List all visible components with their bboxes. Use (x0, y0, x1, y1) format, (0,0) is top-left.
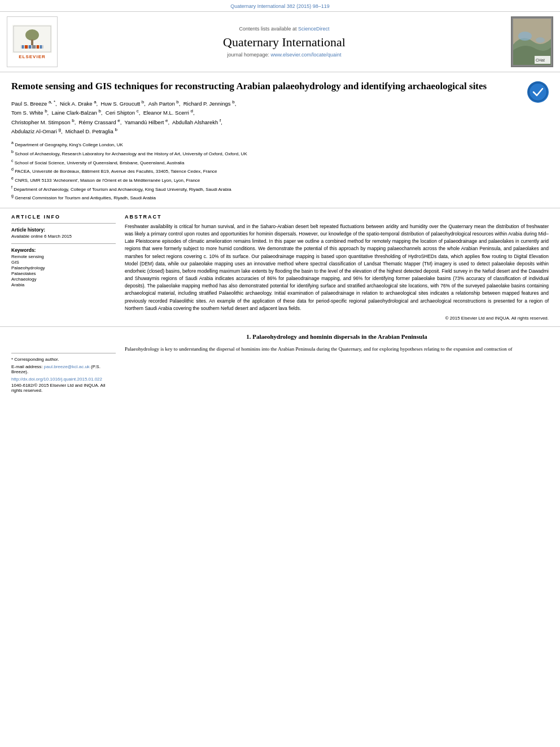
svg-point-15 (536, 37, 545, 43)
affil-b: b School of Archaeology, Research Labora… (11, 149, 549, 158)
affiliations-block: a Department of Geography, King's Colleg… (11, 140, 549, 202)
author-yamandu-hilbert: Yamandú Hilbert e (124, 119, 168, 125)
crossmark-badge (527, 81, 549, 103)
svg-rect-9 (37, 45, 39, 49)
affil-e: e CNRS, UMR 5133 'Archéorient', Maison d… (11, 176, 549, 184)
keyword-gis: GIS (11, 260, 116, 265)
abstract-column: ABSTRACT Freshwater availability is crit… (125, 214, 549, 321)
section1-header: 1. Palaeohydrology and hominin dispersal… (125, 333, 549, 341)
keyword-palaeohydrology: Palaeohydrology (11, 265, 116, 270)
affil-a: a Department of Geography, King's Colleg… (11, 140, 549, 148)
chat-label-text: CHat (536, 58, 545, 62)
journal-citation-bar: Quaternary International 382 (2015) 98–1… (0, 0, 560, 11)
author-michael-petraglia: Michael D. Petraglia b (65, 128, 117, 134)
elsevier-text: ELSEVIER (19, 54, 46, 59)
bottom-section: * Corresponding author. E-mail address: … (0, 327, 560, 393)
keyword-remote-sensing: Remote sensing (11, 254, 116, 259)
author-eleanor-scerri: Eleanor M.L. Scerri d (143, 110, 193, 116)
affil-g: g General Commission for Tourism and Ant… (11, 193, 549, 202)
author-ceri-shipton: Ceri Shipton c (106, 110, 139, 116)
svg-rect-7 (29, 45, 31, 49)
author-huw-groucutt: Huw S. Groucutt b (101, 101, 145, 107)
doi-link[interactable]: http://dx.doi.org/10.1016/j.quaint.2015.… (11, 377, 116, 382)
journal-main-title: Quaternary International (63, 35, 505, 50)
issn-text: 1040-6182/© 2015 Elsevier Ltd and INQUA.… (11, 383, 116, 393)
author-richard-jennings: Richard P. Jennings b (183, 101, 235, 107)
article-info-divider (11, 223, 116, 224)
science-direct-link[interactable]: ScienceDirect (298, 26, 330, 32)
author-christopher-stimpson: Christopher M. Stimpson b (11, 119, 75, 125)
author-paul-breeze: Paul S. Breeze a, * (11, 101, 55, 107)
keywords-header: Keywords: (11, 247, 116, 253)
two-col-section: ARTICLE INFO Article history: Available … (0, 208, 560, 327)
svg-point-2 (25, 29, 39, 41)
author-laine-clark: Laine Clark-Balzan b (52, 110, 101, 116)
section1-text: Palaeohydrology is key to understanding … (125, 346, 549, 353)
affil-d: d PACEA, Université de Bordeaux, Bâtimen… (11, 167, 549, 175)
article-info-header: ARTICLE INFO (11, 214, 116, 220)
article-history-header: Article history: (11, 227, 116, 233)
author-abdulaziz-alomari: Abdulaziz Al-Omari g (11, 128, 61, 134)
journal-thumbnail: CHat (511, 16, 553, 67)
journal-title-block: Contents lists available at ScienceDirec… (63, 16, 505, 67)
keyword-palaeolakes: Palaeolakes (11, 271, 116, 276)
science-direct-line: Contents lists available at ScienceDirec… (63, 26, 505, 32)
homepage-link[interactable]: www.elsevier.com/locate/quaint (271, 52, 342, 58)
article-info-column: ARTICLE INFO Article history: Available … (11, 214, 116, 321)
article-title: Remote sensing and GIS techniques for re… (11, 80, 549, 93)
authors-line: Paul S. Breeze a, *, Nick A. Drake a, Hu… (11, 99, 549, 136)
keywords-divider (11, 243, 116, 244)
section1-block: 1. Palaeohydrology and hominin dispersal… (125, 333, 549, 393)
homepage-line: journal homepage: www.elsevier.com/locat… (63, 52, 505, 58)
keyword-archaeology: Archaeology (11, 277, 116, 282)
affil-c: c School of Social Science, University o… (11, 158, 549, 167)
svg-point-18 (530, 84, 546, 101)
crossmark-container[interactable] (527, 81, 549, 103)
journal-citation-text: Quaternary International 382 (2015) 98–1… (230, 3, 330, 9)
journal-header: ELSEVIER Contents lists available at Sci… (0, 11, 560, 72)
svg-rect-5 (22, 45, 24, 49)
affil-f: f Department of Archaeology, College of … (11, 185, 549, 193)
svg-rect-6 (25, 45, 28, 49)
elsevier-logo-block: ELSEVIER (7, 16, 58, 67)
svg-rect-8 (32, 45, 36, 49)
keyword-arabia: Arabia (11, 282, 116, 287)
article-available-date: Available online 6 March 2015 (11, 234, 116, 239)
abstract-header: ABSTRACT (125, 214, 549, 220)
page-wrapper: Quaternary International 382 (2015) 98–1… (0, 0, 560, 747)
elsevier-graphic (12, 25, 52, 53)
author-remy-crassard: Rémy Crassard e (79, 119, 120, 125)
svg-rect-10 (40, 45, 42, 49)
footer-left-col: * Corresponding author. E-mail address: … (11, 333, 116, 393)
svg-point-14 (518, 32, 532, 41)
email-address[interactable]: paul.breeze@kcl.ac.uk (44, 364, 90, 369)
author-ash-parton: Ash Parton b (148, 101, 179, 107)
article-section: Remote sensing and GIS techniques for re… (0, 72, 560, 208)
author-nick-drake: Nick A. Drake a (60, 101, 97, 107)
author-abdullah-alsharekh: Abdullah Alsharekh f (172, 119, 221, 125)
corresponding-author-note: * Corresponding author. (11, 357, 116, 362)
copyright-text: © 2015 Elsevier Ltd and INQUA. All right… (125, 316, 549, 321)
author-tom-white: Tom S. White b (11, 110, 47, 116)
email-line: E-mail address: paul.breeze@kcl.ac.uk (P… (11, 364, 116, 374)
abstract-text: Freshwater availability is critical for … (125, 223, 549, 312)
